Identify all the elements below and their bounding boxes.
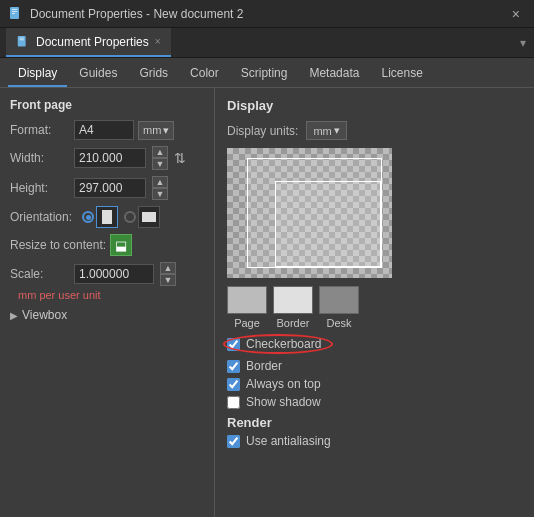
width-label: Width: — [10, 151, 70, 165]
tab-grids[interactable]: Grids — [129, 62, 178, 87]
svg-rect-6 — [20, 39, 24, 40]
tab-label: Document Properties — [36, 35, 149, 49]
always-on-top-label: Always on top — [246, 377, 321, 391]
right-panel: Display Display units: mm ▾ Page Bor — [215, 88, 534, 517]
unit-info-label: mm per user unit — [18, 289, 101, 301]
format-row: Format: mm ▾ — [10, 120, 204, 140]
border-view-icon — [273, 286, 313, 314]
svg-rect-1 — [12, 9, 17, 10]
display-units-label: Display units: — [227, 124, 298, 138]
svg-rect-2 — [12, 11, 17, 12]
page-view-button[interactable]: Page — [227, 286, 267, 329]
desk-view-icon — [319, 286, 359, 314]
scale-row: Scale: ▲ ▼ — [10, 262, 204, 286]
title-bar-text: Document Properties - New document 2 — [30, 7, 243, 21]
tab-doc-icon — [16, 35, 30, 49]
display-title: Display — [227, 98, 522, 113]
resize-label: Resize to content: — [10, 238, 106, 252]
antialiasing-checkbox[interactable] — [227, 435, 240, 448]
scale-input[interactable] — [74, 264, 154, 284]
page-preview-inner — [275, 181, 381, 267]
svg-rect-5 — [20, 37, 24, 38]
format-input[interactable] — [74, 120, 134, 140]
portrait-icon — [102, 210, 112, 224]
height-input[interactable] — [74, 178, 146, 198]
antialiasing-row: Use antialiasing — [227, 434, 522, 448]
viewbox-label: Viewbox — [22, 308, 67, 322]
desk-view-button[interactable]: Desk — [319, 286, 359, 329]
title-bar: Document Properties - New document 2 × — [0, 0, 534, 28]
viewbox-row[interactable]: ▶ Viewbox — [10, 308, 204, 322]
checkerboard-row-wrapper: Checkerboard — [227, 337, 321, 355]
page-view-label: Page — [234, 317, 260, 329]
swap-icon[interactable]: ⇅ — [174, 150, 186, 166]
format-label: Format: — [10, 123, 70, 137]
antialiasing-label: Use antialiasing — [246, 434, 331, 448]
width-input[interactable] — [74, 148, 146, 168]
tab-display[interactable]: Display — [8, 62, 67, 87]
desk-view-label: Desk — [326, 317, 351, 329]
display-units-button[interactable]: mm ▾ — [306, 121, 346, 140]
display-units-row: Display units: mm ▾ — [227, 121, 522, 140]
checkerboard-row: Checkerboard — [227, 337, 321, 351]
front-page-title: Front page — [10, 98, 204, 112]
landscape-button[interactable] — [138, 206, 160, 228]
width-decrement-button[interactable]: ▼ — [152, 158, 168, 170]
always-on-top-row: Always on top — [227, 377, 522, 391]
height-increment-button[interactable]: ▲ — [152, 176, 168, 188]
scale-decrement-button[interactable]: ▼ — [160, 274, 176, 286]
svg-rect-4 — [18, 35, 26, 46]
tab-bar: Document Properties × ▾ — [0, 28, 534, 58]
document-properties-tab[interactable]: Document Properties × — [6, 28, 171, 57]
tab-overflow-button[interactable]: ▾ — [512, 28, 534, 57]
tab-guides[interactable]: Guides — [69, 62, 127, 87]
preview-container — [227, 148, 392, 278]
width-row: Width: ▲ ▼ ⇅ — [10, 146, 204, 170]
width-increment-button[interactable]: ▲ — [152, 146, 168, 158]
width-stepper: ▲ ▼ — [152, 146, 168, 170]
show-shadow-checkbox[interactable] — [227, 396, 240, 409]
always-on-top-checkbox[interactable] — [227, 378, 240, 391]
border-checkbox-label: Border — [246, 359, 282, 373]
orientation-label: Orientation: — [10, 210, 78, 224]
svg-rect-3 — [12, 13, 15, 14]
title-bar-icon — [8, 6, 24, 22]
view-buttons: Page Border Desk — [227, 286, 522, 329]
border-checkbox[interactable] — [227, 360, 240, 373]
border-view-label: Border — [276, 317, 309, 329]
tab-close-button[interactable]: × — [155, 36, 161, 47]
height-row: Height: ▲ ▼ — [10, 176, 204, 200]
height-stepper: ▲ ▼ — [152, 176, 168, 200]
show-shadow-label: Show shadow — [246, 395, 321, 409]
left-panel: Front page Format: mm ▾ Width: ▲ ▼ ⇅ Hei… — [0, 88, 215, 517]
resize-button[interactable]: ⬓ — [110, 234, 132, 256]
render-title: Render — [227, 415, 522, 430]
page-view-icon — [227, 286, 267, 314]
scale-stepper: ▲ ▼ — [160, 262, 176, 286]
show-shadow-row: Show shadow — [227, 395, 522, 409]
checkerboard-label: Checkerboard — [246, 337, 321, 351]
tab-scripting[interactable]: Scripting — [231, 62, 298, 87]
content-area: Front page Format: mm ▾ Width: ▲ ▼ ⇅ Hei… — [0, 88, 534, 517]
expand-icon: ▶ — [10, 310, 18, 321]
tab-license[interactable]: License — [371, 62, 432, 87]
scale-increment-button[interactable]: ▲ — [160, 262, 176, 274]
format-unit-button[interactable]: mm ▾ — [138, 121, 174, 140]
resize-row: Resize to content: ⬓ — [10, 234, 204, 256]
landscape-icon — [142, 212, 156, 222]
scale-label: Scale: — [10, 267, 70, 281]
nav-tabs: Display Guides Grids Color Scripting Met… — [0, 58, 534, 88]
portrait-button[interactable] — [96, 206, 118, 228]
height-decrement-button[interactable]: ▼ — [152, 188, 168, 200]
tab-color[interactable]: Color — [180, 62, 229, 87]
page-preview — [247, 158, 382, 268]
checkerboard-checkbox[interactable] — [227, 338, 240, 351]
orientation-row: Orientation: — [10, 206, 204, 228]
border-checkbox-row: Border — [227, 359, 522, 373]
tab-metadata[interactable]: Metadata — [299, 62, 369, 87]
close-button[interactable]: × — [506, 4, 526, 24]
border-view-button[interactable]: Border — [273, 286, 313, 329]
height-label: Height: — [10, 181, 70, 195]
